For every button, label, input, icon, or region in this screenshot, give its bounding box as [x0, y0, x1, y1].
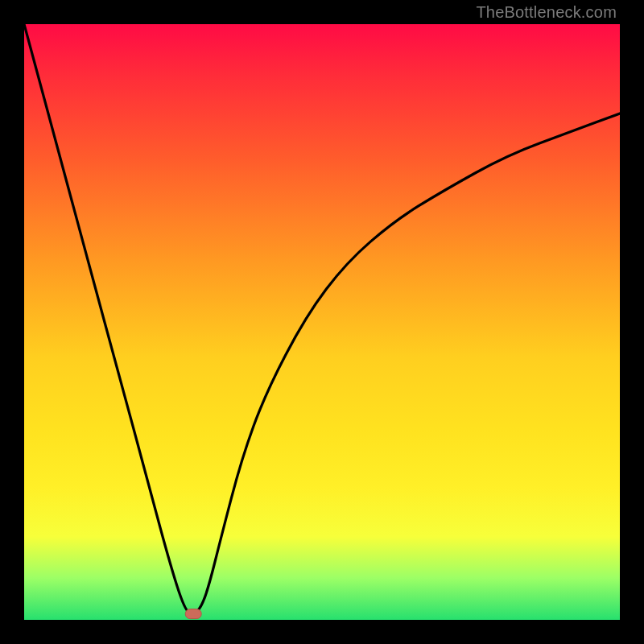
plot-area	[24, 24, 620, 620]
bottleneck-curve	[24, 24, 620, 614]
chart-svg	[24, 24, 620, 620]
watermark-text: TheBottleneck.com	[476, 3, 617, 22]
minimum-marker	[185, 609, 201, 619]
chart-frame: TheBottleneck.com	[0, 0, 644, 644]
